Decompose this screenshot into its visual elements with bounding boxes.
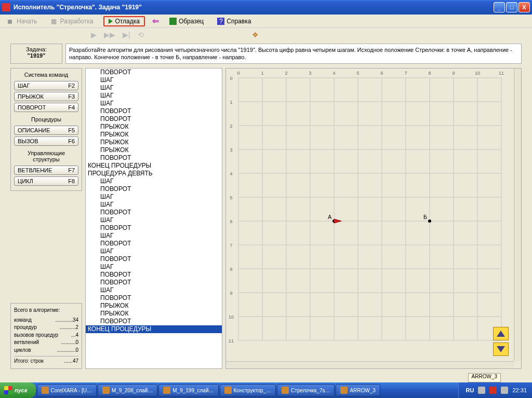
grid-viewport[interactable]: 0123456789101101234567891011АБ bbox=[226, 68, 514, 361]
start-button[interactable]: пуск bbox=[0, 382, 36, 398]
taskbar-item[interactable]: М_9_208_слай… bbox=[98, 384, 157, 396]
code-line[interactable]: ПОВОРОТ bbox=[86, 255, 222, 263]
code-line[interactable]: ПРЫЖОК bbox=[86, 146, 222, 154]
code-line[interactable]: ПОВОРОТ bbox=[86, 271, 222, 279]
code-line[interactable]: ПОВОРОТ bbox=[86, 224, 222, 232]
code-list[interactable]: ПОВОРОТ ШАГ ШАГ ШАГ ШАГ ПОВОРОТ ПОВОРОТ … bbox=[86, 68, 222, 368]
minimize-button[interactable]: _ bbox=[494, 2, 505, 12]
code-line[interactable]: ШАГ bbox=[86, 100, 222, 107]
app-icon bbox=[224, 387, 232, 394]
code-line[interactable]: ПОВОРОТ bbox=[86, 68, 222, 76]
procedures-title: Процедуры bbox=[14, 116, 78, 122]
code-line[interactable]: ПРОЦЕДУРА ДЕВЯТЬ bbox=[86, 170, 222, 177]
nav-down-button[interactable] bbox=[493, 342, 509, 356]
code-line[interactable]: ПОВОРОТ bbox=[86, 294, 222, 302]
svg-text:5: 5 bbox=[230, 195, 232, 200]
taskbar-item[interactable]: ARROW_3 bbox=[336, 384, 380, 396]
code-line[interactable]: ШАГ bbox=[86, 201, 222, 209]
menubar: ◼ Начать ▦ Разработка Отладка ⇐ Образец … bbox=[0, 15, 532, 28]
command-button[interactable]: ШАГF2 bbox=[14, 81, 78, 90]
menu-help[interactable]: ? Справка bbox=[214, 17, 254, 26]
stats-total-value: ......47 bbox=[64, 358, 78, 365]
taskbar-item[interactable]: М_9_199_слай… bbox=[158, 384, 218, 396]
triangle-up-icon bbox=[497, 331, 505, 337]
code-line[interactable]: ШАГ bbox=[86, 92, 222, 100]
code-line[interactable]: ПОВОРОТ bbox=[86, 240, 222, 248]
svg-text:8: 8 bbox=[428, 71, 431, 76]
playback-toolbar: ▶ ▶▶ ▶| ⟲ ❖ bbox=[0, 28, 532, 42]
code-line[interactable]: КОНЕЦ ПРОЦЕДУРЫ bbox=[86, 325, 222, 333]
code-line[interactable]: КОНЕЦ ПРОЦЕДУРЫ bbox=[86, 162, 222, 170]
code-line[interactable]: ПОВОРОТ bbox=[86, 318, 222, 325]
code-line[interactable]: ПРЫЖОК bbox=[86, 310, 222, 318]
menu-develop[interactable]: ▦ Разработка bbox=[48, 17, 97, 26]
tray-extra-icon[interactable] bbox=[501, 387, 508, 394]
svg-text:1: 1 bbox=[230, 100, 232, 105]
scrollbar-horizontal[interactable] bbox=[226, 361, 514, 368]
code-line[interactable]: ПОВОРОТ bbox=[86, 107, 222, 115]
code-line[interactable]: ПОВОРОТ bbox=[86, 185, 222, 193]
code-line[interactable]: ШАГ bbox=[86, 263, 222, 271]
taskbar: пуск CorelXARA - [U…М_9_208_слай…М_9_199… bbox=[0, 382, 532, 398]
task-description: Разработайте алгоритм для рисования четы… bbox=[65, 44, 522, 64]
command-button[interactable]: ПРЫЖОКF3 bbox=[14, 92, 78, 101]
taskbar-item[interactable]: Конструктор_… bbox=[220, 384, 276, 396]
close-button[interactable]: X bbox=[518, 2, 530, 12]
code-line[interactable]: ПОВОРОТ bbox=[86, 115, 222, 123]
code-line[interactable]: ШАГ bbox=[86, 76, 222, 84]
stats-row: ветвлений..........0 bbox=[14, 339, 78, 347]
svg-text:0: 0 bbox=[237, 71, 240, 76]
svg-text:3: 3 bbox=[309, 71, 311, 76]
code-line[interactable]: ШАГ bbox=[86, 286, 222, 294]
clock[interactable]: 22:31 bbox=[512, 387, 527, 393]
code-line[interactable]: ШАГ bbox=[86, 177, 222, 185]
scrollbar-vertical[interactable] bbox=[514, 68, 521, 361]
antivirus-icon[interactable] bbox=[489, 387, 497, 394]
command-button[interactable]: ПОВОРОТF4 bbox=[14, 103, 78, 112]
code-line[interactable]: ПРЫЖОК bbox=[86, 139, 222, 146]
command-button[interactable]: ЦИКЛF8 bbox=[14, 176, 78, 186]
network-icon[interactable] bbox=[478, 387, 485, 394]
menu-debug[interactable]: Отладка bbox=[103, 16, 144, 26]
menu-begin[interactable]: ◼ Начать bbox=[4, 17, 41, 26]
code-line[interactable]: ШАГ bbox=[86, 248, 222, 255]
language-indicator[interactable]: RU bbox=[466, 387, 474, 393]
fast-fwd-icon[interactable]: ▶▶ bbox=[104, 31, 115, 39]
code-line[interactable]: ШАГ bbox=[86, 232, 222, 240]
taskbar-item[interactable]: Стрелочка_7s… bbox=[277, 384, 335, 396]
code-line[interactable]: ШАГ bbox=[86, 193, 222, 201]
svg-text:4: 4 bbox=[332, 71, 335, 76]
svg-text:3: 3 bbox=[230, 147, 232, 153]
code-panel: ПОВОРОТ ШАГ ШАГ ШАГ ШАГ ПОВОРОТ ПОВОРОТ … bbox=[85, 68, 222, 369]
skip-icon[interactable]: ▶| bbox=[123, 31, 130, 39]
code-line[interactable]: ПОВОРОТ bbox=[86, 279, 222, 286]
menu-sample[interactable]: Образец bbox=[166, 17, 207, 26]
code-line[interactable]: ПРЫЖОК bbox=[86, 302, 222, 310]
command-button[interactable]: ВЫЗОВF6 bbox=[14, 136, 78, 146]
nav-up-button[interactable] bbox=[493, 327, 509, 340]
svg-text:2: 2 bbox=[285, 71, 287, 76]
play-step-icon[interactable]: ▶ bbox=[91, 31, 97, 39]
code-line[interactable]: ПРЫЖОК bbox=[86, 131, 222, 139]
app-icon bbox=[282, 387, 289, 394]
code-line[interactable]: ПОВОРОТ bbox=[86, 209, 222, 216]
svg-text:1: 1 bbox=[261, 71, 263, 76]
commands-panel: Система команд ШАГF2ПРЫЖОКF3ПОВОРОТF4 Пр… bbox=[10, 68, 82, 191]
app-icon bbox=[2, 3, 10, 11]
code-line[interactable]: ПОВОРОТ bbox=[86, 154, 222, 162]
pointer-arrow-icon: ⇐ bbox=[152, 16, 159, 26]
code-line[interactable]: ПРЫЖОК bbox=[86, 123, 222, 131]
stats-total-label: Итого: строк bbox=[14, 358, 44, 365]
svg-text:6: 6 bbox=[230, 219, 232, 224]
code-line[interactable]: ШАГ bbox=[86, 216, 222, 224]
svg-text:10: 10 bbox=[229, 314, 234, 320]
window-title: Исполнитель "Стрелочка". Задача "1919" bbox=[14, 4, 142, 11]
maximize-button[interactable]: □ bbox=[506, 2, 517, 12]
loop-icon[interactable]: ⟲ bbox=[138, 31, 144, 39]
taskbar-item[interactable]: CorelXARA - [U… bbox=[37, 384, 97, 396]
windows-logo-icon bbox=[4, 386, 12, 394]
command-button[interactable]: ВЕТВЛЕНИЕF7 bbox=[14, 166, 78, 175]
command-button[interactable]: ОПИСАНИЕF5 bbox=[14, 126, 78, 135]
extra-icon[interactable]: ❖ bbox=[252, 31, 259, 39]
code-line[interactable]: ШАГ bbox=[86, 84, 222, 92]
